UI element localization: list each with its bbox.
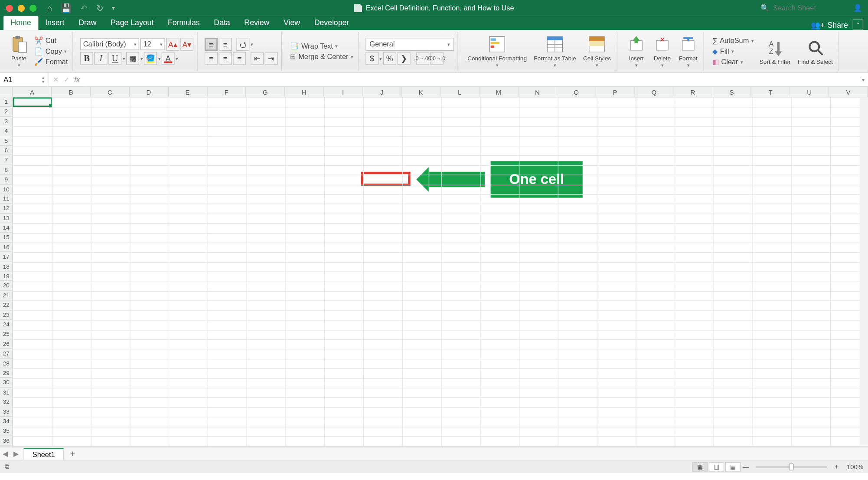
column-header[interactable]: T bbox=[751, 87, 790, 97]
tab-page-layout[interactable]: Page Layout bbox=[104, 16, 161, 30]
row-header[interactable]: 26 bbox=[0, 339, 13, 349]
name-box-stepper[interactable]: ▴▾ bbox=[42, 75, 44, 83]
column-header[interactable]: F bbox=[207, 87, 246, 97]
borders-button[interactable]: ▦ bbox=[126, 52, 139, 65]
increase-indent-button[interactable]: ⇥ bbox=[265, 52, 278, 65]
row-header[interactable]: 21 bbox=[0, 291, 13, 300]
row-header[interactable]: 7 bbox=[0, 155, 13, 165]
search-box[interactable]: 🔍 👤 bbox=[760, 4, 868, 12]
tab-review[interactable]: Review bbox=[237, 16, 277, 30]
align-middle-button[interactable]: ≡ bbox=[219, 38, 232, 51]
close-window-button[interactable] bbox=[6, 4, 13, 11]
row-header[interactable]: 25 bbox=[0, 329, 13, 339]
column-header[interactable]: C bbox=[91, 87, 130, 97]
undo-icon[interactable]: ↶ bbox=[80, 3, 88, 13]
column-header[interactable]: V bbox=[829, 87, 868, 97]
merge-center-button[interactable]: ⊞Merge & Center ▾ bbox=[289, 52, 354, 62]
tab-formulas[interactable]: Formulas bbox=[161, 16, 207, 30]
customize-qat-icon[interactable]: ▾ bbox=[112, 5, 115, 11]
column-header[interactable]: Q bbox=[635, 87, 674, 97]
fill-button[interactable]: ◆Fill ▾ bbox=[711, 46, 755, 56]
column-header[interactable]: G bbox=[246, 87, 285, 97]
feedback-icon[interactable]: 👤 bbox=[853, 4, 862, 12]
row-header[interactable]: 13 bbox=[0, 214, 13, 223]
formula-input[interactable] bbox=[85, 72, 858, 86]
row-header[interactable]: 17 bbox=[0, 252, 13, 262]
prev-sheet-button[interactable]: ◀ bbox=[0, 450, 10, 458]
column-header[interactable]: K bbox=[401, 87, 441, 97]
worksheet-grid[interactable]: ABCDEFGHIJKLMNOPQRSTUV 12345678910111213… bbox=[0, 87, 868, 447]
row-header[interactable]: 9 bbox=[0, 175, 13, 184]
column-header[interactable]: O bbox=[557, 87, 596, 97]
delete-cells-button[interactable]: ✕ Delete▾ bbox=[650, 34, 674, 69]
fullscreen-window-button[interactable] bbox=[29, 4, 36, 11]
column-headers[interactable]: ABCDEFGHIJKLMNOPQRSTUV bbox=[13, 87, 868, 97]
tab-home[interactable]: Home bbox=[3, 16, 38, 30]
percent-button[interactable]: % bbox=[383, 52, 396, 65]
italic-button[interactable]: I bbox=[95, 52, 108, 65]
select-all-corner[interactable] bbox=[0, 87, 13, 97]
row-header[interactable]: 35 bbox=[0, 426, 13, 436]
copy-button[interactable]: 📄Copy▾ bbox=[33, 46, 69, 56]
accept-formula-icon[interactable]: ✓ bbox=[64, 75, 70, 83]
tab-view[interactable]: View bbox=[277, 16, 307, 30]
column-header[interactable]: H bbox=[285, 87, 324, 97]
column-header[interactable]: U bbox=[790, 87, 829, 97]
row-header[interactable]: 11 bbox=[0, 194, 13, 204]
zoom-in-button[interactable]: ＋ bbox=[832, 462, 841, 471]
row-headers[interactable]: 1234567891011121314151617181920212223242… bbox=[0, 97, 13, 446]
vertical-scrollbar[interactable] bbox=[860, 97, 868, 446]
font-name-select[interactable]: Calibri (Body)▾ bbox=[80, 38, 139, 50]
row-header[interactable]: 18 bbox=[0, 262, 13, 271]
find-select-button[interactable]: Find & Select bbox=[795, 37, 835, 66]
normal-view-button[interactable]: ▦ bbox=[692, 462, 708, 471]
macro-record-icon[interactable]: ⧉ bbox=[5, 463, 10, 470]
name-box[interactable]: A1 ▴▾ bbox=[0, 72, 49, 86]
share-button[interactable]: 👥+ Share bbox=[811, 20, 848, 29]
row-header[interactable]: 5 bbox=[0, 136, 13, 146]
row-header[interactable]: 6 bbox=[0, 146, 13, 155]
font-size-select[interactable]: 12▾ bbox=[140, 38, 165, 50]
format-cells-button[interactable]: Format▾ bbox=[676, 34, 700, 69]
row-header[interactable]: 19 bbox=[0, 272, 13, 281]
cells-area[interactable]: One cell bbox=[13, 97, 868, 446]
fx-icon[interactable]: fx bbox=[74, 75, 80, 83]
conditional-formatting-button[interactable]: Conditional Formatting▾ bbox=[465, 34, 529, 69]
zoom-out-button[interactable]: — bbox=[742, 463, 750, 470]
insert-cells-button[interactable]: Insert▾ bbox=[624, 34, 648, 69]
row-header[interactable]: 15 bbox=[0, 233, 13, 242]
add-sheet-button[interactable]: ＋ bbox=[66, 448, 79, 459]
row-header[interactable]: 32 bbox=[0, 397, 13, 407]
row-header[interactable]: 2 bbox=[0, 107, 13, 117]
decrease-indent-button[interactable]: ⇤ bbox=[251, 52, 264, 65]
align-right-button[interactable]: ≡ bbox=[233, 52, 246, 65]
align-left-button[interactable]: ≡ bbox=[205, 52, 218, 65]
zoom-slider[interactable] bbox=[756, 465, 826, 467]
column-header[interactable]: L bbox=[441, 87, 480, 97]
row-header[interactable]: 14 bbox=[0, 223, 13, 233]
column-header[interactable]: B bbox=[52, 87, 91, 97]
decrease-font-button[interactable]: A▾ bbox=[180, 38, 193, 51]
column-header[interactable]: E bbox=[168, 87, 207, 97]
row-header[interactable]: 33 bbox=[0, 407, 13, 417]
comma-button[interactable]: ❯ bbox=[397, 52, 410, 65]
column-header[interactable]: N bbox=[518, 87, 557, 97]
paste-button[interactable]: Paste ▾ bbox=[7, 34, 30, 69]
tab-draw[interactable]: Draw bbox=[72, 16, 104, 30]
row-header[interactable]: 20 bbox=[0, 281, 13, 291]
column-header[interactable]: M bbox=[480, 87, 519, 97]
row-header[interactable]: 23 bbox=[0, 310, 13, 320]
column-header[interactable]: J bbox=[363, 87, 402, 97]
row-header[interactable]: 4 bbox=[0, 126, 13, 136]
row-header[interactable]: 24 bbox=[0, 320, 13, 329]
save-icon[interactable]: 💾 bbox=[61, 3, 72, 13]
row-header[interactable]: 8 bbox=[0, 165, 13, 174]
redo-icon[interactable]: ↻ bbox=[96, 3, 104, 13]
sort-filter-button[interactable]: AZ Sort & Filter bbox=[757, 37, 793, 66]
row-header[interactable]: 30 bbox=[0, 378, 13, 388]
row-header[interactable]: 27 bbox=[0, 349, 13, 358]
format-as-table-button[interactable]: Format as Table▾ bbox=[532, 34, 578, 69]
column-header[interactable]: I bbox=[324, 87, 363, 97]
row-header[interactable]: 12 bbox=[0, 204, 13, 214]
minimize-window-button[interactable] bbox=[18, 4, 25, 11]
